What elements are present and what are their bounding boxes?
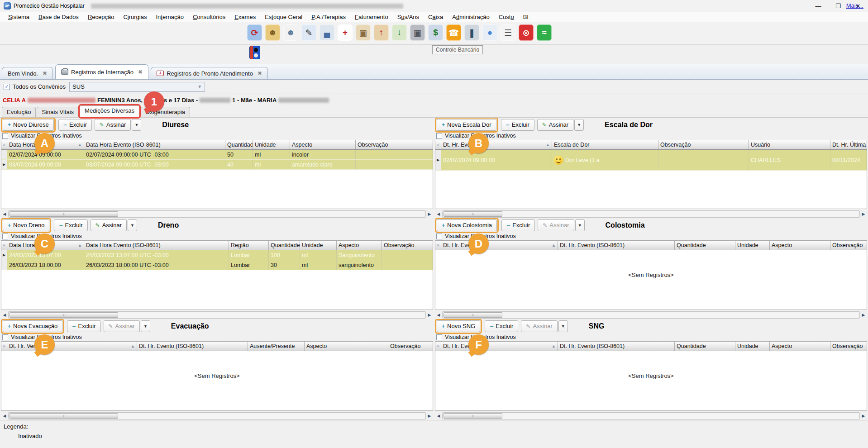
new-button-dreno[interactable]: + Novo Dreno: [3, 219, 49, 231]
menu-item-administra-o[interactable]: Administração: [448, 13, 494, 21]
scrollbar-track[interactable]: ‖: [442, 311, 860, 319]
minimize-icon[interactable]: —: [808, 0, 828, 12]
phonebook-icon[interactable]: ☎: [446, 24, 461, 41]
column-header[interactable]: Observação: [356, 140, 433, 149]
menu-item-bi[interactable]: BI: [519, 13, 533, 21]
column-header[interactable]: Observação: [830, 342, 867, 351]
assinar-button[interactable]: ✎ Assinar: [537, 119, 573, 131]
prescription-icon[interactable]: ✎: [301, 24, 316, 41]
menu-item-caixa[interactable]: Caixa: [424, 13, 448, 21]
column-header[interactable]: Ausente/Presente: [248, 342, 305, 351]
assinar-dropdown-icon[interactable]: ▼: [132, 119, 141, 131]
column-header[interactable]: Observação: [388, 342, 433, 351]
excluir-button[interactable]: − Excluir: [54, 219, 87, 231]
horizontal-scrollbar[interactable]: ◀ ‖ ▶: [435, 210, 867, 218]
scroll-right-icon[interactable]: ▶: [860, 212, 867, 216]
scroll-right-icon[interactable]: ▶: [860, 313, 867, 317]
inativos-checkbox[interactable]: [436, 133, 442, 139]
scroll-right-icon[interactable]: ▶: [860, 414, 867, 418]
assinar-button[interactable]: ✎ Assinar: [91, 219, 127, 231]
assinar-dropdown-icon[interactable]: ▼: [128, 219, 137, 231]
column-header[interactable]: Quantidade: [675, 342, 735, 351]
column-header[interactable]: Aspecto: [290, 140, 356, 149]
scroll-left-icon[interactable]: ◀: [1, 212, 8, 216]
column-header[interactable]: Observação: [382, 241, 433, 250]
mais-link[interactable]: Mais...: [846, 2, 863, 9]
column-header[interactable]: Unidade: [735, 342, 770, 351]
menu-item-custo[interactable]: Custo: [494, 13, 519, 21]
menu-item-exames[interactable]: Exames: [230, 13, 260, 21]
transfer-up-icon[interactable]: ↑: [374, 24, 389, 41]
column-header[interactable]: Unidade: [300, 241, 337, 250]
todos-convenios-checkbox[interactable]: ✓: [4, 84, 10, 90]
assinar-button[interactable]: ✎ Assinar: [521, 320, 557, 332]
inativos-checkbox[interactable]: [2, 133, 8, 139]
inativos-checkbox[interactable]: [436, 334, 442, 340]
new-button-diurese[interactable]: + Novo Diurese: [3, 119, 54, 131]
stock-boxes-icon[interactable]: ▣: [356, 24, 371, 41]
scroll-right-icon[interactable]: ▶: [426, 313, 433, 317]
excluir-button[interactable]: − Excluir: [67, 320, 100, 332]
column-header[interactable]: Aspecto: [305, 342, 388, 351]
horizontal-scrollbar[interactable]: ◀ ‖ ▶: [1, 210, 433, 218]
excluir-button[interactable]: − Excluir: [58, 119, 92, 131]
scroll-left-icon[interactable]: ◀: [1, 313, 8, 317]
column-header[interactable]: Unidade: [253, 140, 290, 149]
table-row[interactable]: ▶02/07/2024 09:00:00Dor Leve (1 aCHARLLE…: [435, 150, 867, 171]
scrollbar-track[interactable]: ‖: [8, 412, 426, 419]
excluir-button[interactable]: − Excluir: [501, 219, 535, 231]
table-row[interactable]: 26/03/2023 18:00:0026/03/2023 18:00:00 U…: [1, 260, 433, 270]
convenio-combobox[interactable]: SUS ▼: [69, 82, 205, 92]
patient-folder-icon[interactable]: ☻: [265, 24, 280, 41]
menu-item-faturamento[interactable]: Faturamento: [350, 13, 393, 21]
tab-close-icon[interactable]: ✖: [43, 70, 47, 76]
menu-item-estoque-geral[interactable]: Estoque Geral: [260, 13, 307, 21]
scrollbar-thumb[interactable]: ‖: [10, 413, 118, 419]
maximize-icon[interactable]: ❐: [828, 0, 848, 12]
column-header[interactable]: Data Hora Evento (ISO-8601): [84, 241, 229, 250]
scrollbar-track[interactable]: ‖: [8, 210, 426, 218]
invoice-icon[interactable]: ☰: [501, 24, 515, 41]
menu-item-cirurgias[interactable]: Cirurgias: [119, 13, 151, 21]
tab-close-icon[interactable]: ✖: [138, 69, 143, 75]
column-header[interactable]: Quantidade: [675, 241, 735, 250]
new-button-escala-dor[interactable]: + Nova Escala Dor: [437, 119, 496, 131]
column-header[interactable]: Quantidade: [225, 140, 253, 149]
money-down-icon[interactable]: ↓: [392, 24, 407, 41]
finance-calc-icon[interactable]: $: [428, 24, 443, 41]
column-header[interactable]: Dt. Hr. Evento▲: [441, 342, 558, 351]
excluir-button[interactable]: − Excluir: [485, 320, 518, 332]
column-header[interactable]: Dt. Hr. Evento (ISO-8601): [137, 342, 248, 351]
column-header[interactable]: Região: [229, 241, 269, 250]
inativos-checkbox[interactable]: [436, 234, 442, 239]
menu-item-sistema[interactable]: Sistema: [4, 13, 34, 21]
scroll-left-icon[interactable]: ◀: [435, 414, 442, 418]
scroll-left-icon[interactable]: ◀: [435, 313, 442, 317]
tab-registros-de-pronto-atendimento[interactable]: +Registros de Pronto Atendimento✖: [151, 67, 268, 79]
column-header[interactable]: Quantidade: [269, 241, 300, 250]
ambulance-icon[interactable]: +: [338, 24, 353, 41]
scrollbar-thumb[interactable]: ‖: [444, 211, 502, 217]
bank-safe-icon[interactable]: ▣: [410, 24, 425, 41]
horizontal-scrollbar[interactable]: ◀ ‖ ▶: [435, 311, 867, 319]
column-header[interactable]: Observação: [830, 241, 867, 250]
scrollbar-thumb[interactable]: ‖: [10, 312, 118, 318]
column-header[interactable]: Dt. Hr. Evento (ISO-8601): [558, 342, 675, 351]
menu-item-base-de-dados[interactable]: Base de Dados: [34, 13, 83, 21]
new-button-colostomia[interactable]: + Nova Colostomia: [437, 219, 497, 231]
table-row[interactable]: ▶24/03/2023 13:07:0024/03/2023 13:07:00 …: [1, 250, 433, 260]
doctor-icon[interactable]: ☻: [283, 24, 298, 41]
menu-item-recep-o[interactable]: Recepção: [83, 13, 119, 21]
column-header[interactable]: Usuário: [749, 140, 830, 149]
horizontal-scrollbar[interactable]: ◀ ‖ ▶: [1, 412, 433, 420]
subtab-evolu-o[interactable]: Evolução: [2, 107, 36, 117]
scrollbar-track[interactable]: ‖: [442, 210, 860, 218]
scrollbar-track[interactable]: ‖: [8, 311, 426, 319]
column-header[interactable]: Dt. Hr. Última: [830, 140, 867, 149]
assinar-button[interactable]: ✎ Assinar: [104, 320, 140, 332]
assinar-dropdown-icon[interactable]: ▼: [575, 219, 585, 231]
tab-close-icon[interactable]: ✖: [258, 70, 262, 76]
column-header[interactable]: Escala de Dor: [552, 140, 658, 149]
assinar-dropdown-icon[interactable]: ▼: [574, 119, 584, 131]
horizontal-scrollbar[interactable]: ◀ ‖ ▶: [1, 311, 433, 319]
